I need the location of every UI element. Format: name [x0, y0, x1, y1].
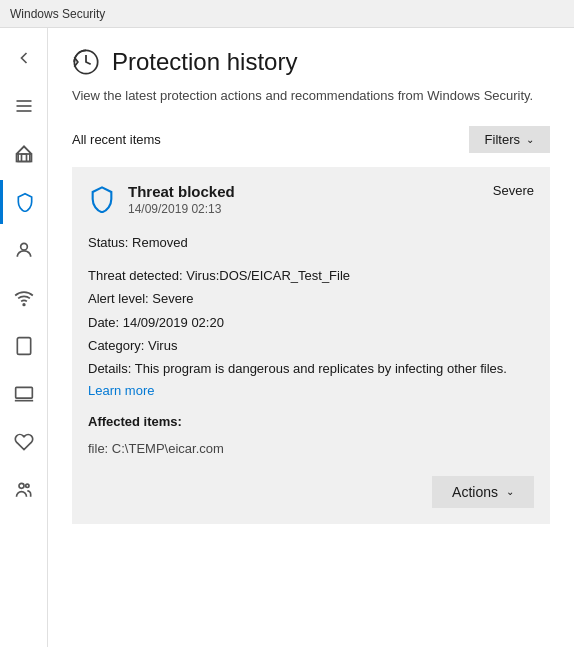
threat-severity: Severe — [493, 183, 534, 198]
svg-rect-8 — [15, 387, 32, 398]
threat-title-group: Threat blocked 14/09/2019 02:13 — [88, 183, 235, 217]
category-value: Virus — [148, 338, 177, 353]
sidebar-item-shield[interactable] — [0, 180, 48, 224]
sidebar-item-health[interactable] — [0, 420, 48, 464]
affected-item: file: C:\TEMP\eicar.com — [88, 437, 534, 460]
title-bar: Windows Security — [0, 0, 574, 28]
threat-detected-line: Threat detected: Virus:DOS/EICAR_Test_Fi… — [88, 264, 534, 287]
details-label: Details: — [88, 361, 131, 376]
health-icon — [14, 432, 34, 452]
threat-date-label: Date: — [88, 315, 119, 330]
details-line: Details: This program is dangerous and r… — [88, 357, 534, 380]
sidebar-item-home[interactable] — [0, 132, 48, 176]
affected-items-label: Affected items: — [88, 414, 534, 429]
threat-date: 14/09/2019 02:13 — [128, 202, 235, 216]
sidebar-item-back[interactable] — [0, 36, 48, 80]
threat-name: Threat blocked — [128, 183, 235, 200]
shield-icon-container — [88, 185, 116, 217]
svg-point-4 — [20, 243, 27, 250]
sidebar — [0, 28, 48, 647]
alert-level-label: Alert level: — [88, 291, 149, 306]
shield-active-icon — [15, 192, 35, 212]
threat-info: Threat blocked 14/09/2019 02:13 — [128, 183, 235, 216]
svg-point-9 — [19, 483, 24, 488]
svg-rect-6 — [17, 338, 30, 355]
app-body: Protection history View the latest prote… — [0, 28, 574, 647]
sidebar-item-wifi[interactable] — [0, 276, 48, 320]
title-bar-label: Windows Security — [10, 7, 105, 21]
sidebar-item-tablet[interactable] — [0, 324, 48, 368]
alert-level-value: Severe — [152, 291, 193, 306]
page-header: Protection history — [72, 48, 550, 76]
filter-label: All recent items — [72, 132, 161, 147]
filters-button[interactable]: Filters ⌄ — [469, 126, 550, 153]
sidebar-item-menu[interactable] — [0, 84, 48, 128]
actions-button[interactable]: Actions ⌄ — [432, 476, 534, 508]
tablet-icon — [14, 336, 34, 356]
learn-more-link[interactable]: Learn more — [88, 383, 154, 398]
chevron-down-icon: ⌄ — [526, 134, 534, 145]
category-line: Category: Virus — [88, 334, 534, 357]
threat-date-line: Date: 14/09/2019 02:20 — [88, 311, 534, 334]
back-icon — [14, 48, 34, 68]
hamburger-icon — [14, 96, 34, 116]
threat-detected-value: Virus:DOS/EICAR_Test_File — [186, 268, 350, 283]
actions-bar: Actions ⌄ — [88, 476, 534, 508]
sidebar-item-family[interactable] — [0, 468, 48, 512]
laptop-icon — [14, 384, 34, 404]
main-content: Protection history View the latest prote… — [48, 28, 574, 647]
page-title: Protection history — [112, 48, 297, 76]
status-label: Status: — [88, 235, 128, 250]
sidebar-item-laptop[interactable] — [0, 372, 48, 416]
status-value: Removed — [132, 235, 188, 250]
threat-detected-label: Threat detected: — [88, 268, 183, 283]
actions-chevron-down-icon: ⌄ — [506, 486, 514, 497]
category-label: Category: — [88, 338, 144, 353]
details-value: This program is dangerous and replicates… — [135, 361, 507, 376]
sidebar-item-user[interactable] — [0, 228, 48, 272]
filter-bar: All recent items Filters ⌄ — [72, 126, 550, 153]
shield-blocked-icon — [88, 185, 116, 213]
alert-level-line: Alert level: Severe — [88, 287, 534, 310]
user-icon — [14, 240, 34, 260]
history-icon — [72, 48, 100, 76]
wifi-icon — [14, 288, 34, 308]
svg-point-5 — [23, 304, 25, 306]
threat-card: Threat blocked 14/09/2019 02:13 Severe S… — [72, 167, 550, 524]
family-icon — [14, 480, 34, 500]
page-description: View the latest protection actions and r… — [72, 86, 550, 106]
threat-details: Status: Removed Threat detected: Virus:D… — [88, 231, 534, 381]
status-line: Status: Removed — [88, 231, 534, 254]
threat-header: Threat blocked 14/09/2019 02:13 Severe — [88, 183, 534, 217]
svg-point-10 — [25, 484, 28, 487]
threat-date-value: 14/09/2019 02:20 — [123, 315, 224, 330]
home-icon — [14, 144, 34, 164]
